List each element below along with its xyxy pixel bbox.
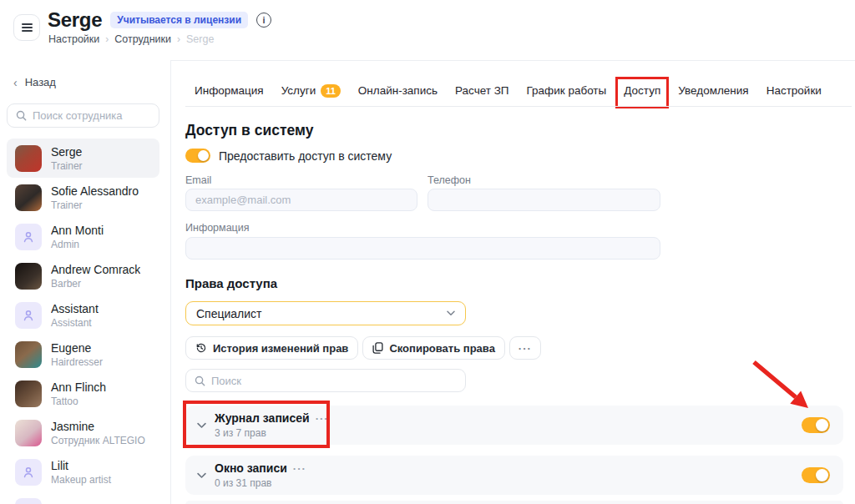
button-label: История изменений прав bbox=[213, 342, 348, 355]
permission-group-toggle[interactable] bbox=[802, 467, 830, 483]
person-icon bbox=[22, 230, 35, 244]
more-actions-button[interactable]: ··· bbox=[509, 336, 541, 360]
permission-group-okno-zapisi[interactable]: Окно записи··· 0 из 31 прав bbox=[185, 456, 843, 495]
tab-onlain-zapis[interactable]: Онлайн-запись bbox=[358, 84, 438, 98]
employee-name: Assistant bbox=[51, 302, 99, 315]
phone-field[interactable] bbox=[428, 189, 660, 211]
chevron-down-icon[interactable] bbox=[197, 472, 206, 479]
hamburger-icon bbox=[22, 23, 33, 25]
employee-name: Jasmine bbox=[51, 420, 145, 433]
tab-label: Настройки bbox=[766, 84, 822, 98]
breadcrumb-item[interactable]: Настройки bbox=[48, 33, 99, 45]
hamburger-menu-button[interactable] bbox=[13, 14, 40, 41]
permission-group-name: Журнал записей bbox=[215, 411, 310, 425]
tab-label: График работы bbox=[527, 84, 607, 98]
history-icon bbox=[195, 342, 207, 354]
employee-search-input[interactable] bbox=[33, 109, 150, 122]
employee-item-andrew[interactable]: Andrew ComrackBarber bbox=[7, 256, 159, 295]
section-title-rights: Права доступа bbox=[185, 276, 277, 290]
avatar bbox=[15, 263, 42, 290]
employee-item-julie[interactable]: Julie Robbinson bbox=[7, 491, 159, 504]
tab-dostup[interactable]: Доступ bbox=[624, 84, 660, 98]
info-icon[interactable]: i bbox=[256, 13, 271, 28]
employee-role: Makeup artist bbox=[51, 474, 111, 486]
history-of-rights-button[interactable]: История изменений прав bbox=[185, 336, 358, 360]
role-select[interactable]: Специалист bbox=[185, 301, 466, 325]
tab-raschet-zp[interactable]: Расчет ЗП bbox=[455, 84, 509, 98]
employee-item-sofie[interactable]: Sofie AlessandroTrainer bbox=[7, 178, 159, 217]
header-divider bbox=[170, 60, 855, 61]
role-select-value: Специалист bbox=[196, 307, 262, 320]
avatar bbox=[15, 184, 42, 211]
employee-item-eugene[interactable]: EugeneHairdresser bbox=[7, 335, 159, 374]
avatar bbox=[15, 341, 42, 368]
grant-access-label: Предоставить доступ в систему bbox=[219, 149, 392, 163]
breadcrumb-item-current: Serge bbox=[186, 33, 214, 45]
permission-group-toggle[interactable] bbox=[802, 417, 830, 433]
tab-bar: Информация Услуги11 Онлайн-запись Расчет… bbox=[195, 84, 822, 98]
email-label: Email bbox=[185, 174, 211, 186]
avatar bbox=[15, 381, 42, 407]
tab-uvedomleniya[interactable]: Уведомления bbox=[678, 84, 748, 98]
copy-rights-button[interactable]: Скопировать права bbox=[362, 336, 504, 360]
tab-uslugi[interactable]: Услуги11 bbox=[281, 84, 341, 98]
employee-item-ann-monti[interactable]: Ann MontiAdmin bbox=[7, 217, 159, 256]
info-field[interactable] bbox=[185, 237, 660, 260]
employee-name: Sofie Alessandro bbox=[51, 184, 139, 198]
permission-group-count: 0 из 31 прав bbox=[215, 477, 306, 489]
tab-label: Услуги bbox=[281, 84, 316, 98]
chevron-left-icon: ‹ bbox=[13, 77, 18, 88]
tab-informaciya[interactable]: Информация bbox=[195, 84, 264, 98]
chevron-down-icon bbox=[447, 310, 455, 316]
employee-role: Trainer bbox=[51, 160, 83, 172]
copy-icon bbox=[372, 342, 383, 354]
employee-item-assistant[interactable]: AssistantAssistant bbox=[7, 295, 159, 335]
employee-role: Hairdresser bbox=[51, 356, 103, 368]
tab-label: Уведомления bbox=[678, 84, 748, 98]
employee-search[interactable] bbox=[7, 103, 159, 128]
tab-label: Расчет ЗП bbox=[455, 84, 509, 98]
permission-group-name: Окно записи bbox=[215, 461, 287, 475]
employee-role: Trainer bbox=[51, 199, 139, 211]
breadcrumb-item[interactable]: Сотрудники bbox=[114, 33, 171, 45]
employee-name: Ann Monti bbox=[51, 224, 104, 237]
info-label: Информация bbox=[185, 222, 250, 234]
ellipsis-icon[interactable]: ··· bbox=[316, 413, 329, 424]
grant-access-toggle[interactable] bbox=[185, 149, 210, 163]
chevron-right-icon: › bbox=[177, 33, 180, 45]
employee-item-ann-flinch[interactable]: Ann FlinchTattoo bbox=[7, 374, 159, 413]
permission-group-journal[interactable]: Журнал записей··· 3 из 7 прав bbox=[185, 406, 843, 445]
tab-nastroiki[interactable]: Настройки bbox=[766, 84, 822, 98]
rights-search[interactable] bbox=[185, 369, 466, 392]
employee-list: SergeTrainer Sofie AlessandroTrainer Ann… bbox=[7, 139, 159, 504]
section-title-access: Доступ в систему bbox=[185, 122, 313, 139]
email-field[interactable] bbox=[185, 189, 417, 211]
tab-grafik-raboty[interactable]: График работы bbox=[527, 84, 607, 98]
employee-name: Lilit bbox=[51, 459, 111, 472]
search-icon bbox=[16, 110, 27, 121]
back-label: Назад bbox=[25, 76, 56, 88]
employee-item-lilit[interactable]: LilitMakeup artist bbox=[7, 452, 159, 491]
person-icon bbox=[22, 309, 35, 322]
employee-role: Assistant bbox=[51, 317, 99, 329]
services-count-badge: 11 bbox=[321, 84, 341, 98]
avatar bbox=[15, 224, 42, 250]
rights-search-input[interactable] bbox=[211, 375, 457, 387]
search-icon bbox=[195, 375, 205, 386]
employee-item-serge[interactable]: SergeTrainer bbox=[7, 139, 159, 178]
employee-role: Сотрудник ALTEGIO bbox=[51, 435, 145, 446]
button-label: Скопировать права bbox=[389, 342, 494, 355]
license-badge: Учитывается в лицензии bbox=[110, 12, 248, 28]
breadcrumb: Настройки › Сотрудники › Serge bbox=[48, 33, 214, 45]
back-button[interactable]: ‹ Назад bbox=[13, 76, 56, 88]
tab-label: Доступ bbox=[624, 84, 660, 98]
chevron-down-icon[interactable] bbox=[197, 422, 206, 429]
ellipsis-icon[interactable]: ··· bbox=[293, 463, 306, 474]
sidebar-divider bbox=[170, 60, 171, 504]
employee-role: Barber bbox=[51, 278, 140, 290]
avatar bbox=[15, 145, 42, 172]
employee-name: Ann Flinch bbox=[51, 381, 106, 394]
person-icon bbox=[22, 466, 35, 479]
tab-label: Информация bbox=[195, 84, 264, 98]
employee-item-jasmine[interactable]: JasmineСотрудник ALTEGIO bbox=[7, 413, 159, 452]
